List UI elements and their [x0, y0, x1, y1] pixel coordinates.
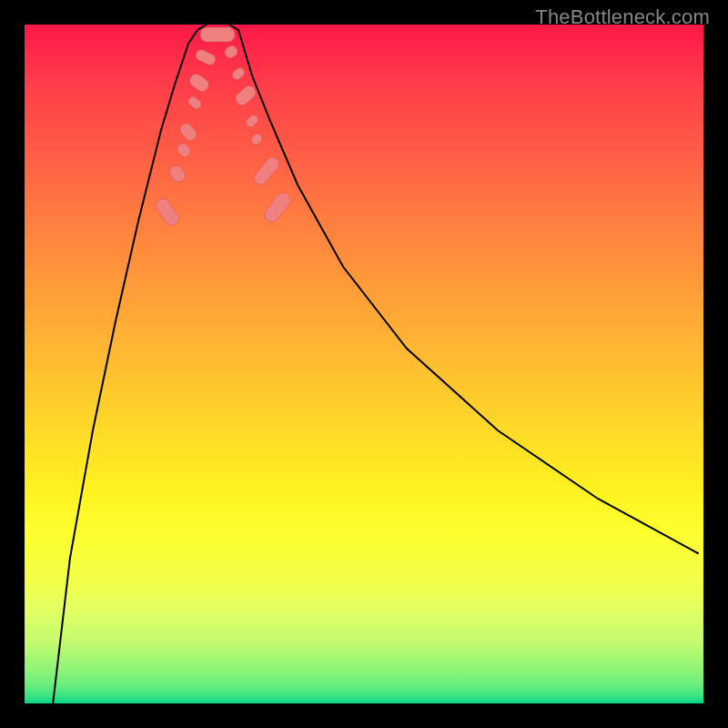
marker-2 — [176, 141, 193, 158]
marker-0 — [154, 197, 182, 228]
curve-right-curve — [229, 25, 698, 553]
watermark-text: TheBottleneck.com — [535, 5, 710, 29]
marker-10 — [233, 84, 258, 107]
marker-7 — [200, 27, 235, 42]
marker-5 — [187, 72, 211, 94]
marker-12 — [249, 132, 263, 147]
marker-4 — [187, 95, 203, 110]
marker-8 — [223, 44, 239, 60]
marker-9 — [230, 66, 246, 82]
marker-11 — [245, 114, 260, 129]
marker-14 — [262, 190, 294, 225]
chart-svg — [25, 25, 703, 703]
marker-6 — [194, 48, 217, 66]
marker-3 — [177, 121, 198, 143]
marker-1 — [167, 164, 187, 185]
curves-group — [52, 25, 698, 703]
marker-13 — [252, 155, 282, 187]
chart-plot-area — [25, 25, 703, 703]
